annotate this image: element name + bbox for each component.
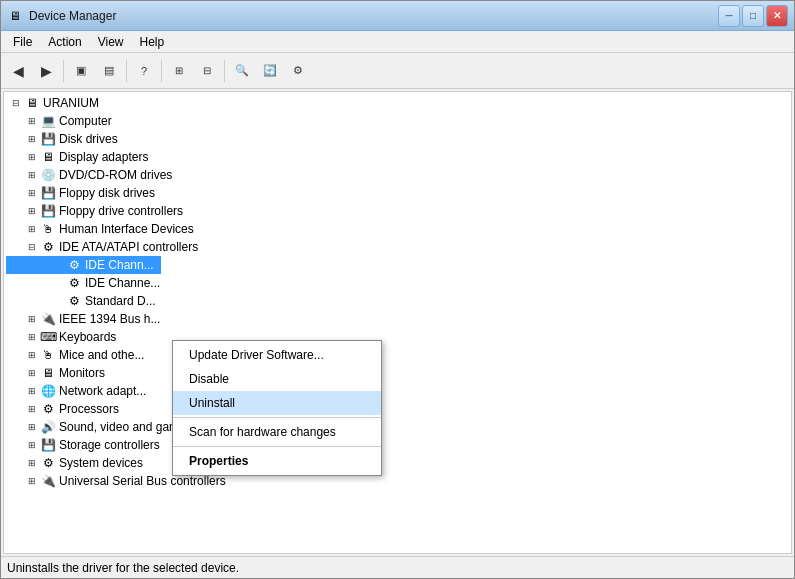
expand-icon: ⊞ — [24, 221, 40, 237]
toolbar-separator-1 — [63, 60, 64, 82]
list-item[interactable]: ⊞ 🖱 Human Interface Devices — [6, 220, 789, 238]
expand-icon: ⊞ — [24, 131, 40, 147]
expand-icon: ⊞ — [24, 365, 40, 381]
expand-icon-root: ⊟ — [8, 95, 24, 111]
icon-ide-ch2: ⚙ — [66, 275, 82, 291]
label-monitors: Monitors — [59, 366, 105, 380]
menu-view[interactable]: View — [90, 33, 132, 51]
icon-monitors: 🖥 — [40, 365, 56, 381]
expand-icon: ⊞ — [24, 185, 40, 201]
list-item[interactable]: ⊞ 🔌 IEEE 1394 Bus h... — [6, 310, 789, 328]
expand-icon: ⊞ — [24, 347, 40, 363]
context-menu-update-driver[interactable]: Update Driver Software... — [173, 343, 381, 367]
toolbar-btn-4[interactable]: ⊟ — [194, 58, 220, 84]
label-computer: Computer — [59, 114, 112, 128]
toolbar-btn-5[interactable]: 🔍 — [229, 58, 255, 84]
list-item[interactable]: ⊞ 💾 Storage controllers — [6, 436, 789, 454]
list-item[interactable]: ⊞ 💻 Computer — [6, 112, 789, 130]
back-button[interactable]: ◀ — [5, 58, 31, 84]
toolbar: ◀ ▶ ▣ ▤ ? ⊞ ⊟ 🔍 🔄 ⚙ — [1, 53, 794, 89]
label-processors: Processors — [59, 402, 119, 416]
toolbar-btn-6[interactable]: 🔄 — [257, 58, 283, 84]
icon-processors: ⚙ — [40, 401, 56, 417]
window-controls: ─ □ ✕ — [718, 5, 788, 27]
label-disk-drives: Disk drives — [59, 132, 118, 146]
label-ide-channel1: IDE Chann... — [85, 258, 154, 272]
help-button[interactable]: ? — [131, 58, 157, 84]
menu-help[interactable]: Help — [132, 33, 173, 51]
toolbar-separator-2 — [126, 60, 127, 82]
context-menu-scan[interactable]: Scan for hardware changes — [173, 420, 381, 444]
list-item[interactable]: ⊞ 💾 Floppy drive controllers — [6, 202, 789, 220]
list-item[interactable]: ⊞ 🔌 Universal Serial Bus controllers — [6, 472, 789, 490]
list-item[interactable]: ⊞ ⌨ Keyboards — [6, 328, 789, 346]
list-item[interactable]: ⊞ 🌐 Network adapt... — [6, 382, 789, 400]
minimize-button[interactable]: ─ — [718, 5, 740, 27]
status-bar: Uninstalls the driver for the selected d… — [1, 556, 794, 578]
icon-ide-ch1: ⚙ — [66, 257, 82, 273]
icon-floppy-ctrl: 💾 — [40, 203, 56, 219]
list-item[interactable]: ⊞ 🖥 Display adapters — [6, 148, 789, 166]
icon-usb: 🔌 — [40, 473, 56, 489]
toolbar-btn-2[interactable]: ▤ — [96, 58, 122, 84]
list-item[interactable]: ⊞ 🖥 Monitors — [6, 364, 789, 382]
list-item[interactable]: ⊞ 🔊 Sound, video and game controllers — [6, 418, 789, 436]
maximize-button[interactable]: □ — [742, 5, 764, 27]
toolbar-separator-4 — [224, 60, 225, 82]
forward-button[interactable]: ▶ — [33, 58, 59, 84]
context-menu-uninstall[interactable]: Uninstall — [173, 391, 381, 415]
expand-icon-ide: ⊟ — [24, 239, 40, 255]
toolbar-separator-3 — [161, 60, 162, 82]
label-ide-atapi: IDE ATA/ATAPI controllers — [59, 240, 198, 254]
device-tree: ⊟ 🖥 URANIUM ⊞ 💻 Computer ⊞ — [6, 94, 789, 490]
expand-icon: ⊞ — [24, 113, 40, 129]
label-floppy-drive-ctrl: Floppy drive controllers — [59, 204, 183, 218]
icon-system: ⚙ — [40, 455, 56, 471]
label-storage: Storage controllers — [59, 438, 160, 452]
list-item[interactable]: ⊞ ⚙ System devices — [6, 454, 789, 472]
list-item[interactable]: ⊞ ⚙ IDE Chann... — [6, 256, 789, 274]
menu-file[interactable]: File — [5, 33, 40, 51]
toolbar-btn-1[interactable]: ▣ — [68, 58, 94, 84]
window-icon: 🖥 — [7, 8, 23, 24]
tree-item-root[interactable]: ⊟ 🖥 URANIUM — [6, 94, 789, 112]
icon-computer: 💻 — [40, 113, 56, 129]
expand-icon: ⊞ — [24, 149, 40, 165]
icon-disk: 💾 — [40, 131, 56, 147]
list-item[interactable]: ⊞ 💾 Floppy disk drives — [6, 184, 789, 202]
context-menu-separator — [173, 417, 381, 418]
list-item[interactable]: ⊞ 💾 Disk drives — [6, 130, 789, 148]
icon-standard: ⚙ — [66, 293, 82, 309]
context-menu-properties[interactable]: Properties — [173, 449, 381, 473]
toolbar-btn-3[interactable]: ⊞ — [166, 58, 192, 84]
status-text: Uninstalls the driver for the selected d… — [7, 561, 239, 575]
expand-icon: ⊞ — [24, 437, 40, 453]
list-item[interactable]: ⊞ ⚙ Processors — [6, 400, 789, 418]
icon-storage: 💾 — [40, 437, 56, 453]
label-floppy-disk: Floppy disk drives — [59, 186, 155, 200]
icon-ieee: 🔌 — [40, 311, 56, 327]
list-item[interactable]: ⊞ ⚙ Standard D... — [6, 292, 789, 310]
main-content: ⊟ 🖥 URANIUM ⊞ 💻 Computer ⊞ — [1, 89, 794, 556]
label-keyboards: Keyboards — [59, 330, 116, 344]
label-ieee1394: IEEE 1394 Bus h... — [59, 312, 160, 326]
close-button[interactable]: ✕ — [766, 5, 788, 27]
icon-display: 🖥 — [40, 149, 56, 165]
toolbar-btn-7[interactable]: ⚙ — [285, 58, 311, 84]
label-dvd-cdrom: DVD/CD-ROM drives — [59, 168, 172, 182]
list-item[interactable]: ⊞ ⚙ IDE Channe... — [6, 274, 789, 292]
expand-icon: ⊞ — [24, 401, 40, 417]
device-tree-pane[interactable]: ⊟ 🖥 URANIUM ⊞ 💻 Computer ⊞ — [3, 91, 792, 554]
expand-icon: ⊞ — [24, 329, 40, 345]
expand-icon: ⊞ — [24, 167, 40, 183]
label-root: URANIUM — [43, 96, 99, 110]
expand-icon: ⊞ — [24, 311, 40, 327]
context-menu-disable[interactable]: Disable — [173, 367, 381, 391]
list-item[interactable]: ⊞ 🖱 Mice and othe... — [6, 346, 789, 364]
list-item[interactable]: ⊟ ⚙ IDE ATA/ATAPI controllers — [6, 238, 789, 256]
list-item[interactable]: ⊞ 💿 DVD/CD-ROM drives — [6, 166, 789, 184]
icon-mice: 🖱 — [40, 347, 56, 363]
window-title: Device Manager — [29, 9, 718, 23]
menu-action[interactable]: Action — [40, 33, 89, 51]
menu-bar: File Action View Help — [1, 31, 794, 53]
